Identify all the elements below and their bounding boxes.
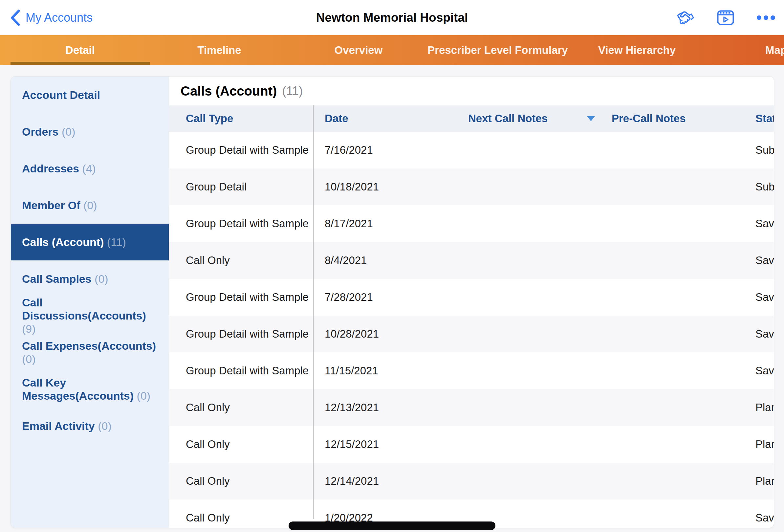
sidebar-item-count: (4) — [82, 162, 96, 175]
sidebar-item-label: Call Key Messages(Accounts) — [22, 376, 134, 402]
more-ellipsis-icon[interactable] — [756, 15, 776, 20]
call-row[interactable]: Group Detail 10/18/2021 Submitted — [169, 168, 774, 205]
cell-status: Submitted — [755, 132, 774, 168]
tab-label: Overview — [335, 44, 383, 56]
cell-date: 12/13/2021 — [325, 389, 379, 426]
cell-date: 12/15/2021 — [325, 426, 379, 463]
tab-label: Timeline — [197, 44, 241, 56]
cell-date: 7/16/2021 — [325, 132, 373, 168]
sidebar-item-account-detail[interactable]: Account Detail — [11, 77, 169, 113]
call-row[interactable]: Group Detail with Sample 11/15/2021 Save… — [169, 353, 774, 389]
sidebar-item-label: Orders — [22, 125, 59, 138]
media-player-icon[interactable] — [717, 10, 734, 25]
column-header-pre-call-notes[interactable]: Pre-Call Notes — [612, 105, 686, 132]
calls-table-body: Group Detail with Sample 7/16/2021 Submi… — [169, 132, 774, 528]
sidebar-item-orders[interactable]: Orders (0) — [11, 113, 169, 150]
cell-date: 11/15/2021 — [325, 353, 378, 389]
call-row[interactable]: Call Only 12/15/2021 Planned — [169, 426, 774, 463]
cell-call-type: Group Detail with Sample — [186, 353, 309, 389]
call-row[interactable]: Group Detail with Sample 7/28/2021 Saved — [169, 279, 774, 315]
sidebar-item-count: (0) — [83, 199, 97, 212]
call-row[interactable]: Group Detail with Sample 10/28/2021 Save… — [169, 315, 774, 353]
table-header-row: Call Type Date Next Call Notes Pre-Call … — [169, 105, 774, 132]
home-indicator-bar[interactable] — [288, 522, 496, 530]
sidebar-item-count: (0) — [22, 353, 36, 365]
sidebar-item-label: Member Of — [22, 199, 80, 212]
column-header-status[interactable]: Status — [755, 105, 774, 132]
cell-date: 10/18/2021 — [325, 168, 379, 205]
sidebar-item-count: (0) — [94, 273, 108, 285]
cell-call-type: Group Detail — [186, 168, 247, 205]
sidebar-item-label: Calls (Account) — [22, 236, 104, 248]
cell-status: Planned — [755, 389, 774, 426]
sidebar-item-count: (0) — [137, 390, 151, 402]
cell-call-type: Group Detail with Sample — [186, 279, 309, 315]
sidebar-item-call-samples[interactable]: Call Samples (0) — [11, 260, 169, 297]
cell-call-type: Group Detail with Sample — [186, 315, 309, 353]
cell-status: Planned — [755, 426, 774, 463]
call-row[interactable]: Group Detail with Sample 7/16/2021 Submi… — [169, 132, 774, 168]
sidebar-item-count: (0) — [62, 125, 76, 138]
tab-label: Prescriber Level Formulary — [427, 44, 568, 56]
cell-call-type: Call Only — [186, 500, 230, 528]
cell-date: 8/4/2021 — [325, 242, 367, 279]
tab-detail[interactable]: Detail — [10, 35, 150, 65]
sort-descending-icon[interactable] — [587, 116, 595, 121]
cell-call-type: Call Only — [186, 463, 230, 500]
column-header-call-type[interactable]: Call Type — [186, 105, 233, 132]
account-tab-bar: DetailTimelineOverviewPrescriber Level F… — [0, 35, 784, 65]
cell-status: Submitted — [755, 168, 774, 205]
sidebar-item-call-discussions-accounts-[interactable]: Call Discussions(Accounts) (9) — [11, 297, 169, 334]
sidebar-item-count: (11) — [107, 236, 126, 248]
calls-list-panel: Calls (Account) (11) Call Type Date Next… — [169, 77, 774, 528]
sidebar-item-label: Account Detail — [22, 89, 100, 101]
tab-map[interactable]: Map — [706, 35, 784, 65]
tab-overview[interactable]: Overview — [289, 35, 428, 65]
call-row[interactable]: Call Only 12/13/2021 Planned — [169, 389, 774, 426]
list-title: Calls (Account) — [180, 84, 277, 99]
sidebar-item-call-expenses-accounts-[interactable]: Call Expenses(Accounts) (0) — [11, 334, 169, 371]
tab-label: View Hierarchy — [598, 44, 676, 56]
list-count: (11) — [282, 84, 303, 98]
cell-status: Saved — [755, 242, 774, 279]
call-row[interactable]: Group Detail with Sample 8/17/2021 Saved — [169, 205, 774, 242]
sidebar-item-member-of[interactable]: Member Of (0) — [11, 187, 169, 224]
cell-status: Saved — [755, 279, 774, 315]
cell-date: 12/14/2021 — [325, 463, 379, 500]
cell-date: 10/28/2021 — [325, 315, 379, 353]
cell-date: 7/28/2021 — [325, 279, 373, 315]
cell-status: Saved — [755, 315, 774, 353]
call-row[interactable]: Call Only 12/14/2021 Planned — [169, 463, 774, 500]
handshake-icon[interactable] — [676, 10, 695, 25]
sidebar-item-calls-account-[interactable]: Calls (Account) (11) — [11, 224, 169, 260]
cell-call-type: Group Detail with Sample — [186, 132, 309, 168]
tab-prescriber-level-formulary[interactable]: Prescriber Level Formulary — [428, 35, 567, 65]
cell-status: Saved — [755, 205, 774, 242]
cell-status: Planned — [755, 463, 774, 500]
tab-timeline[interactable]: Timeline — [150, 35, 289, 65]
tab-label: Detail — [65, 44, 95, 56]
sidebar-item-addresses[interactable]: Addresses (4) — [11, 150, 169, 187]
column-header-date[interactable]: Date — [325, 105, 348, 132]
account-detail-card: Account Detail Orders (0) Addresses (4) … — [10, 76, 774, 528]
call-row[interactable]: Call Only 8/4/2021 Saved — [169, 242, 774, 279]
sidebar-item-label: Call Discussions(Accounts) — [22, 296, 146, 322]
tab-view-hierarchy[interactable]: View Hierarchy — [567, 35, 706, 65]
sidebar-item-email-activity[interactable]: Email Activity (0) — [11, 408, 169, 444]
page-title: Newton Memorial Hospital — [0, 11, 784, 25]
related-lists-sidebar: Account Detail Orders (0) Addresses (4) … — [11, 77, 169, 528]
tab-label: Map — [765, 44, 784, 56]
cell-date: 8/17/2021 — [325, 205, 373, 242]
list-heading: Calls (Account) (11) — [169, 77, 774, 105]
sidebar-item-count: (9) — [22, 323, 36, 335]
column-header-next-call-notes[interactable]: Next Call Notes — [468, 105, 548, 132]
sidebar-item-call-key-messages-accounts-[interactable]: Call Key Messages(Accounts) (0) — [11, 371, 169, 408]
frozen-column-divider — [313, 105, 313, 519]
sidebar-item-label: Addresses — [22, 162, 79, 175]
sidebar-item-label: Email Activity — [22, 420, 95, 432]
sidebar-item-label: Call Expenses(Accounts) — [22, 340, 156, 352]
sidebar-item-count: (0) — [98, 420, 112, 432]
nav-action-icons — [676, 0, 776, 35]
cell-status: Saved — [755, 500, 774, 528]
cell-call-type: Call Only — [186, 389, 230, 426]
